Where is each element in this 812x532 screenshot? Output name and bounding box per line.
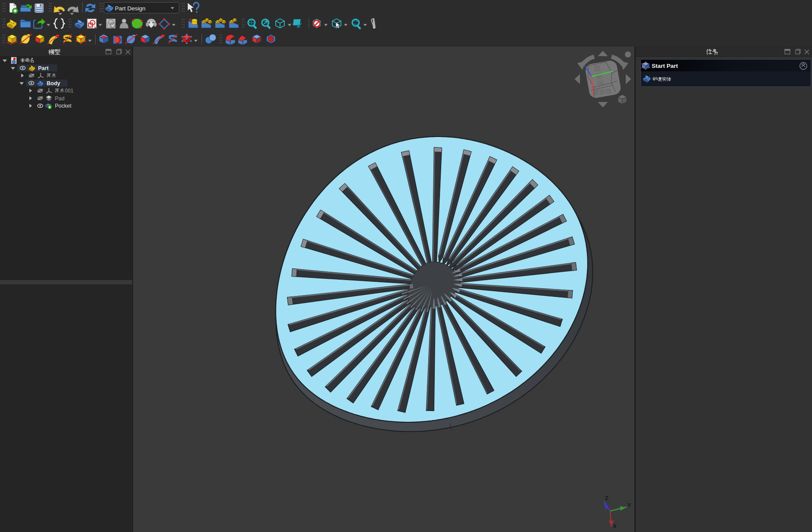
svg-text:001: 001 xyxy=(65,88,73,94)
svg-text:X: X xyxy=(613,523,617,529)
svg-text:Z: Z xyxy=(605,495,608,501)
svg-text:Body: Body xyxy=(47,80,60,86)
svg-text:Part Design: Part Design xyxy=(115,5,146,12)
svg-text:Y: Y xyxy=(627,502,631,508)
svg-text:Start Part: Start Part xyxy=(652,63,678,69)
svg-text:Part: Part xyxy=(38,65,49,71)
svg-text:Pad: Pad xyxy=(55,96,64,102)
svg-text:Pocket: Pocket xyxy=(55,103,72,109)
